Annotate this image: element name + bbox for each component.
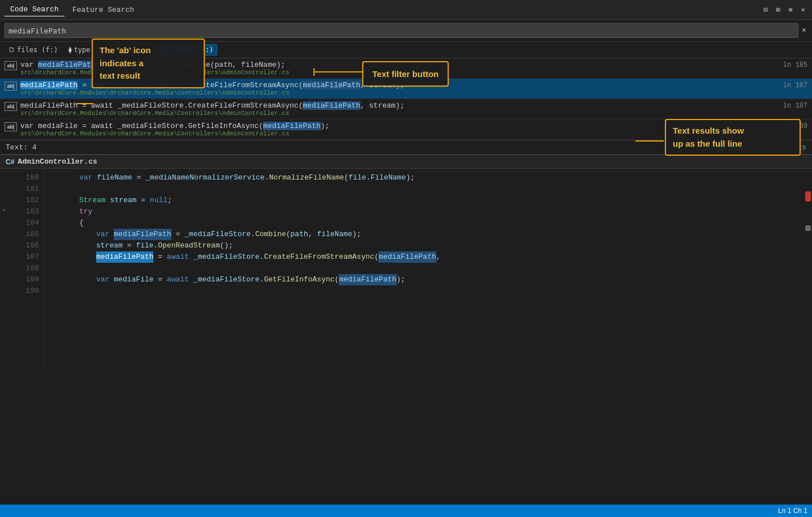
code-line-182: Stream stream = null ; <box>51 195 804 206</box>
scrollbar[interactable] <box>804 169 812 370</box>
result-ab-icon-3: ab| <box>5 102 17 111</box>
close-icon[interactable]: ✕ <box>798 5 807 14</box>
code-filename: AdminController.cs <box>18 157 97 166</box>
search-input-wrapper[interactable] <box>5 23 798 38</box>
file-icon: 🗋 <box>8 46 15 54</box>
code-header: C# AdminController.cs <box>0 155 812 169</box>
result-lineno-2: ln 187 <box>779 81 807 89</box>
code-lines: var fileName = _mediaNameNormalizerServi… <box>45 169 804 370</box>
callout-ab-icon: The 'ab' icon indicates a text result <box>92 39 205 88</box>
line-numbers: 180 181 182 183 184 185 186 187 188 189 … <box>17 169 45 370</box>
title-tabs: Code Search Feature Search <box>5 3 140 16</box>
text-count: Text: 4 <box>6 143 37 152</box>
code-line-189: var mediaFile = await _mediaFileStore . … <box>51 274 804 285</box>
arrow-filter-left <box>313 71 364 72</box>
code-line-190 <box>51 285 804 297</box>
arrow-results-left <box>635 140 664 142</box>
result-path-3: src\OrchardCore.Modules\OrchardCore.Medi… <box>20 110 779 117</box>
bottom-bar: Ln 1 Ch 1 <box>0 505 812 517</box>
result-content-3: mediaFilePath = await _mediaFileStore.Cr… <box>20 101 779 117</box>
result-path-2: src\OrchardCore.Modules\OrchardCore.Medi… <box>20 89 779 96</box>
search-input[interactable] <box>8 27 794 35</box>
code-line-184: { <box>51 217 804 229</box>
gutter-marks: ⌄ <box>0 169 17 370</box>
scrollbar-marker-red <box>805 191 811 202</box>
cs-badge: C# <box>6 158 14 166</box>
clear-button[interactable]: × <box>801 26 807 35</box>
tab-code-search[interactable]: Code Search <box>5 3 65 16</box>
result-ab-icon-4: ab| <box>5 122 17 131</box>
arrow-filter-vert <box>313 68 315 76</box>
arrow-ab-left <box>76 103 93 104</box>
position-indicator: Ln 1 Ch 1 <box>778 507 807 515</box>
code-panel: C# AdminController.cs ⌄ 180 181 <box>0 155 812 370</box>
code-line-186: stream = file . OpenReadStream (); <box>51 240 804 251</box>
code-line-185: var mediaFilePath = _mediaFileStore . Co… <box>51 229 804 240</box>
minimize-icon[interactable]: ⊟ <box>761 5 770 14</box>
maximize-icon[interactable]: ⊞ <box>774 5 783 14</box>
scrollbar-marker-gray <box>805 225 811 231</box>
tab-feature-search[interactable]: Feature Search <box>67 3 140 16</box>
filter-files[interactable]: 🗋 files (f:) <box>5 44 62 55</box>
code-line-188 <box>51 263 804 274</box>
result-lineno-1: ln 185 <box>779 61 807 69</box>
result-item-3[interactable]: ab| mediaFilePath = await _mediaFileStor… <box>0 99 812 119</box>
callout-text-filter: Text filter button <box>362 61 449 87</box>
filter-files-label: files (f:) <box>17 46 58 54</box>
result-lineno-3: ln 187 <box>779 101 807 110</box>
callout-text-results: Text results show up as the full line <box>665 119 801 156</box>
result-ab-icon-2: ab| <box>5 82 17 91</box>
code-line-187: mediaFilePath = await _mediaFileStore . … <box>51 251 804 263</box>
scrollbar-track <box>804 169 812 370</box>
code-line-181 <box>51 183 804 195</box>
code-editor: ⌄ 180 181 182 183 184 185 186 187 188 <box>0 169 812 370</box>
title-bar: Code Search Feature Search ⊟ ⊞ ⊕ ✕ <box>0 0 812 20</box>
result-ab-icon-1: ab| <box>5 61 17 70</box>
type-icon: ⧫ <box>68 46 72 54</box>
result-line-3: mediaFilePath = await _mediaFileStore.Cr… <box>20 101 779 110</box>
code-line-183: try <box>51 206 804 217</box>
code-line-180: var fileName = _mediaNameNormalizerServi… <box>51 172 804 183</box>
pin-icon[interactable]: ⊕ <box>786 5 795 14</box>
title-controls: ⊟ ⊞ ⊕ ✕ <box>761 5 807 14</box>
